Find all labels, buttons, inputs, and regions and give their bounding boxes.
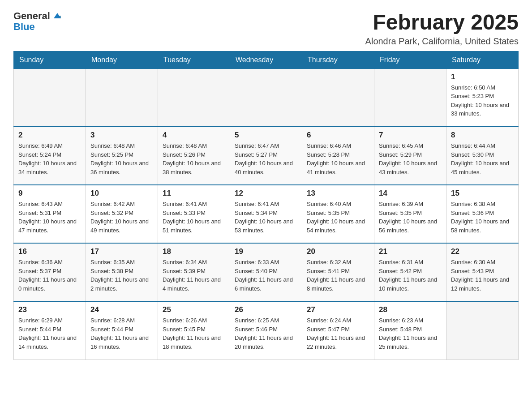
day-number: 3 bbox=[90, 131, 153, 140]
calendar-cell: 1Sunrise: 6:50 AM Sunset: 5:23 PM Daylig… bbox=[446, 68, 519, 127]
day-info: Sunrise: 6:48 AM Sunset: 5:26 PM Dayligh… bbox=[163, 141, 225, 176]
calendar-cell: 21Sunrise: 6:31 AM Sunset: 5:42 PM Dayli… bbox=[374, 243, 446, 301]
day-number: 24 bbox=[90, 305, 153, 314]
day-info: Sunrise: 6:40 AM Sunset: 5:35 PM Dayligh… bbox=[307, 200, 369, 235]
calendar-cell: 7Sunrise: 6:45 AM Sunset: 5:29 PM Daylig… bbox=[374, 127, 446, 185]
day-info: Sunrise: 6:25 AM Sunset: 5:46 PM Dayligh… bbox=[235, 316, 297, 351]
day-info: Sunrise: 6:24 AM Sunset: 5:47 PM Dayligh… bbox=[307, 316, 369, 351]
calendar-cell: 5Sunrise: 6:47 AM Sunset: 5:27 PM Daylig… bbox=[230, 127, 302, 185]
logo-text-general: General bbox=[13, 11, 50, 21]
calendar-week-2: 2Sunrise: 6:49 AM Sunset: 5:24 PM Daylig… bbox=[14, 127, 519, 185]
calendar-cell: 22Sunrise: 6:30 AM Sunset: 5:43 PM Dayli… bbox=[446, 243, 519, 301]
day-info: Sunrise: 6:45 AM Sunset: 5:29 PM Dayligh… bbox=[379, 141, 442, 176]
calendar-cell: 19Sunrise: 6:33 AM Sunset: 5:40 PM Dayli… bbox=[230, 243, 302, 301]
calendar-cell bbox=[86, 68, 158, 127]
location: Alondra Park, California, United States bbox=[365, 36, 519, 47]
calendar-cell: 27Sunrise: 6:24 AM Sunset: 5:47 PM Dayli… bbox=[302, 301, 374, 360]
day-number: 26 bbox=[235, 305, 297, 314]
calendar-week-4: 16Sunrise: 6:36 AM Sunset: 5:37 PM Dayli… bbox=[14, 243, 519, 301]
calendar-cell: 18Sunrise: 6:34 AM Sunset: 5:39 PM Dayli… bbox=[158, 243, 230, 301]
calendar-cell: 9Sunrise: 6:43 AM Sunset: 5:31 PM Daylig… bbox=[14, 185, 86, 243]
day-info: Sunrise: 6:36 AM Sunset: 5:37 PM Dayligh… bbox=[18, 258, 81, 293]
calendar-cell: 12Sunrise: 6:41 AM Sunset: 5:34 PM Dayli… bbox=[230, 185, 302, 243]
calendar-cell: 3Sunrise: 6:48 AM Sunset: 5:25 PM Daylig… bbox=[86, 127, 158, 185]
calendar-cell bbox=[374, 68, 446, 127]
day-info: Sunrise: 6:48 AM Sunset: 5:25 PM Dayligh… bbox=[90, 141, 153, 176]
day-number: 8 bbox=[451, 131, 514, 140]
title-block: February 2025 Alondra Park, California, … bbox=[365, 11, 519, 47]
calendar-cell: 28Sunrise: 6:23 AM Sunset: 5:48 PM Dayli… bbox=[374, 301, 446, 360]
day-info: Sunrise: 6:42 AM Sunset: 5:32 PM Dayligh… bbox=[90, 200, 153, 235]
calendar-cell bbox=[158, 68, 230, 127]
day-number: 22 bbox=[451, 247, 514, 256]
calendar-cell: 25Sunrise: 6:26 AM Sunset: 5:45 PM Dayli… bbox=[158, 301, 230, 360]
day-number: 25 bbox=[163, 305, 225, 314]
day-info: Sunrise: 6:41 AM Sunset: 5:34 PM Dayligh… bbox=[235, 200, 297, 235]
calendar-cell: 2Sunrise: 6:49 AM Sunset: 5:24 PM Daylig… bbox=[14, 127, 86, 185]
day-info: Sunrise: 6:26 AM Sunset: 5:45 PM Dayligh… bbox=[163, 316, 225, 351]
day-info: Sunrise: 6:34 AM Sunset: 5:39 PM Dayligh… bbox=[163, 258, 225, 293]
day-info: Sunrise: 6:29 AM Sunset: 5:44 PM Dayligh… bbox=[18, 316, 81, 351]
calendar-cell: 23Sunrise: 6:29 AM Sunset: 5:44 PM Dayli… bbox=[14, 301, 86, 360]
calendar-header-saturday: Saturday bbox=[446, 51, 519, 68]
day-number: 19 bbox=[235, 247, 297, 256]
calendar-cell: 24Sunrise: 6:28 AM Sunset: 5:44 PM Dayli… bbox=[86, 301, 158, 360]
logo-text-blue: Blue bbox=[13, 21, 35, 32]
day-number: 23 bbox=[18, 305, 81, 314]
day-info: Sunrise: 6:41 AM Sunset: 5:33 PM Dayligh… bbox=[163, 200, 225, 235]
day-number: 21 bbox=[379, 247, 442, 256]
calendar-cell: 13Sunrise: 6:40 AM Sunset: 5:35 PM Dayli… bbox=[302, 185, 374, 243]
calendar-week-5: 23Sunrise: 6:29 AM Sunset: 5:44 PM Dayli… bbox=[14, 301, 519, 360]
day-info: Sunrise: 6:49 AM Sunset: 5:24 PM Dayligh… bbox=[18, 141, 81, 176]
day-number: 4 bbox=[163, 131, 225, 140]
calendar-cell bbox=[302, 68, 374, 127]
calendar-cell: 26Sunrise: 6:25 AM Sunset: 5:46 PM Dayli… bbox=[230, 301, 302, 360]
logo: General Blue bbox=[13, 11, 62, 32]
day-info: Sunrise: 6:23 AM Sunset: 5:48 PM Dayligh… bbox=[379, 316, 442, 351]
calendar-header-monday: Monday bbox=[86, 51, 158, 68]
day-number: 9 bbox=[18, 189, 81, 198]
day-info: Sunrise: 6:47 AM Sunset: 5:27 PM Dayligh… bbox=[235, 141, 297, 176]
day-info: Sunrise: 6:43 AM Sunset: 5:31 PM Dayligh… bbox=[18, 200, 81, 235]
calendar-cell: 14Sunrise: 6:39 AM Sunset: 5:35 PM Dayli… bbox=[374, 185, 446, 243]
calendar-cell bbox=[14, 68, 86, 127]
day-number: 12 bbox=[235, 189, 297, 198]
calendar-cell: 20Sunrise: 6:32 AM Sunset: 5:41 PM Dayli… bbox=[302, 243, 374, 301]
calendar-cell: 6Sunrise: 6:46 AM Sunset: 5:28 PM Daylig… bbox=[302, 127, 374, 185]
day-number: 14 bbox=[379, 189, 442, 198]
day-info: Sunrise: 6:32 AM Sunset: 5:41 PM Dayligh… bbox=[307, 258, 369, 293]
day-info: Sunrise: 6:39 AM Sunset: 5:35 PM Dayligh… bbox=[379, 200, 442, 235]
day-number: 13 bbox=[307, 189, 369, 198]
day-info: Sunrise: 6:50 AM Sunset: 5:23 PM Dayligh… bbox=[451, 83, 514, 118]
logo-icon bbox=[53, 11, 62, 20]
calendar-cell: 4Sunrise: 6:48 AM Sunset: 5:26 PM Daylig… bbox=[158, 127, 230, 185]
calendar-header-tuesday: Tuesday bbox=[158, 51, 230, 68]
calendar-cell: 8Sunrise: 6:44 AM Sunset: 5:30 PM Daylig… bbox=[446, 127, 519, 185]
day-info: Sunrise: 6:28 AM Sunset: 5:44 PM Dayligh… bbox=[90, 316, 153, 351]
calendar-cell: 17Sunrise: 6:35 AM Sunset: 5:38 PM Dayli… bbox=[86, 243, 158, 301]
day-number: 27 bbox=[307, 305, 369, 314]
day-number: 20 bbox=[307, 247, 369, 256]
calendar-header-sunday: Sunday bbox=[14, 51, 86, 68]
day-number: 6 bbox=[307, 131, 369, 140]
calendar-cell: 10Sunrise: 6:42 AM Sunset: 5:32 PM Dayli… bbox=[86, 185, 158, 243]
calendar-week-1: 1Sunrise: 6:50 AM Sunset: 5:23 PM Daylig… bbox=[14, 68, 519, 127]
day-number: 1 bbox=[451, 73, 514, 81]
day-info: Sunrise: 6:33 AM Sunset: 5:40 PM Dayligh… bbox=[235, 258, 297, 293]
day-info: Sunrise: 6:44 AM Sunset: 5:30 PM Dayligh… bbox=[451, 141, 514, 176]
calendar-cell: 11Sunrise: 6:41 AM Sunset: 5:33 PM Dayli… bbox=[158, 185, 230, 243]
day-number: 18 bbox=[163, 247, 225, 256]
day-number: 17 bbox=[90, 247, 153, 256]
day-number: 10 bbox=[90, 189, 153, 198]
day-number: 7 bbox=[379, 131, 442, 140]
day-number: 16 bbox=[18, 247, 81, 256]
calendar-header-wednesday: Wednesday bbox=[230, 51, 302, 68]
day-info: Sunrise: 6:38 AM Sunset: 5:36 PM Dayligh… bbox=[451, 200, 514, 235]
day-info: Sunrise: 6:35 AM Sunset: 5:38 PM Dayligh… bbox=[90, 258, 153, 293]
calendar-header-friday: Friday bbox=[374, 51, 446, 68]
calendar-cell bbox=[230, 68, 302, 127]
calendar-week-3: 9Sunrise: 6:43 AM Sunset: 5:31 PM Daylig… bbox=[14, 185, 519, 243]
calendar-table: SundayMondayTuesdayWednesdayThursdayFrid… bbox=[13, 51, 519, 360]
calendar-cell bbox=[446, 301, 519, 360]
day-number: 2 bbox=[18, 131, 81, 140]
